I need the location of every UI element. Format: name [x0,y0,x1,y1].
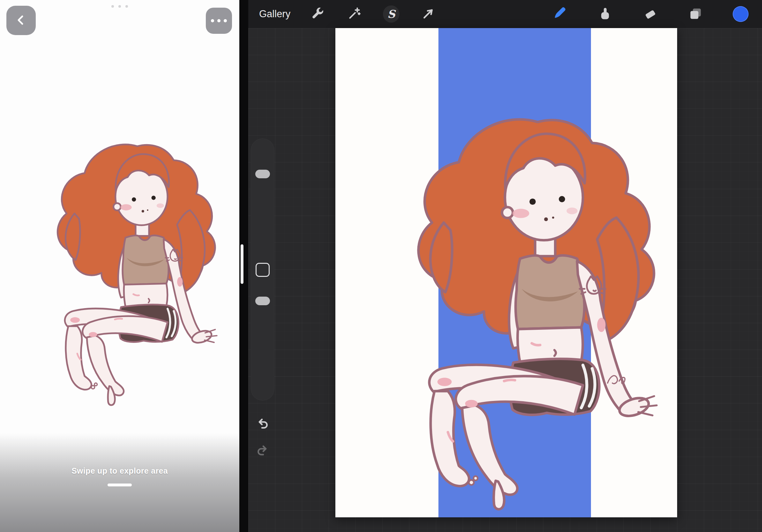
canvas-artwork [366,92,659,511]
more-options-button[interactable] [206,8,232,34]
drag-handle-dots-icon [0,5,239,8]
gallery-button[interactable]: Gallery [259,8,290,20]
selection-button[interactable]: S [383,6,400,22]
s-selection-icon: S [383,5,400,23]
tool-group-left: S [309,6,436,22]
procreate-splitview-screen: Swipe up to explore area Gallery [0,0,762,532]
ellipsis-icon [211,19,227,22]
layers-icon [688,6,703,22]
undo-arrow-icon [255,428,270,432]
artist-signature [607,372,630,388]
transform-button[interactable] [420,6,436,22]
top-toolbar: Gallery S [248,0,762,28]
brush-size-slider[interactable] [255,170,270,178]
back-button[interactable] [6,6,36,35]
undo-button[interactable] [255,416,270,431]
swipe-hint-text: Swipe up to explore area [0,466,239,476]
splitview-drag-handle[interactable] [241,244,244,284]
brush-sidebar [251,138,274,401]
brush-opacity-slider[interactable] [255,297,270,305]
reference-panel: Swipe up to explore area [0,0,239,532]
modify-square-icon[interactable] [256,263,269,277]
move-arrow-icon [421,6,435,22]
redo-button[interactable] [255,443,270,458]
reference-artwork [22,126,219,406]
paint-button[interactable] [551,6,568,22]
adjustments-button[interactable] [346,6,362,22]
actions-button[interactable] [309,6,326,22]
brush-icon [552,6,567,22]
drawing-canvas[interactable] [336,28,677,517]
smudge-button[interactable] [597,6,613,22]
color-swatch-icon[interactable] [733,6,749,22]
wrench-icon [310,6,325,22]
canvas-workspace [248,28,762,532]
eraser-icon [643,6,658,22]
home-indicator[interactable] [108,484,132,486]
tool-group-right [551,6,749,22]
erase-button[interactable] [642,6,658,22]
splitview-divider [239,0,248,532]
smudge-finger-icon [598,6,612,22]
redo-arrow-icon [255,443,270,459]
chevron-left-icon [15,14,27,27]
bottom-gradient-overlay [0,433,239,532]
magic-wand-icon [347,6,361,22]
layers-button[interactable] [687,6,704,22]
procreate-panel: Gallery S [248,0,762,532]
